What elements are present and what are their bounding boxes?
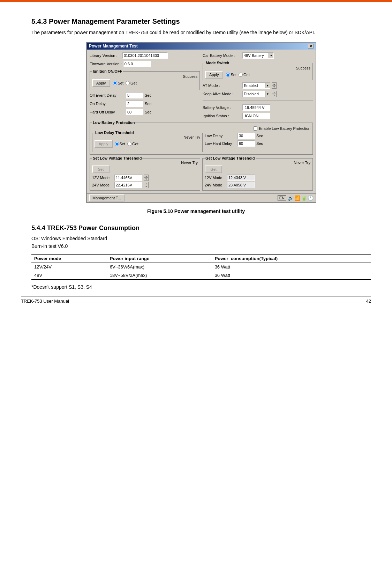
section-544-text: OS: Windows Embedded Standard Burn-in te…: [31, 235, 371, 250]
set-12v-input[interactable]: 11.4465V: [114, 175, 142, 181]
lang-box: EN: [278, 195, 286, 201]
cell-consumption-1: 36 Watt: [212, 263, 371, 271]
at-mode-dropdown[interactable]: Enabled ▼: [242, 82, 270, 89]
voltage-threshold-row: Set Low Voltage Threshold Never Try Set …: [90, 158, 313, 191]
right-panel: Car Battery Mode : 48V Battery ▼ Mode Sw…: [203, 52, 313, 119]
set-12v-spinner-down[interactable]: ▼: [144, 178, 148, 181]
at-mode-arrow[interactable]: ▼: [265, 83, 270, 88]
mode-switch-apply-button[interactable]: Apply: [205, 71, 223, 79]
low-delay-input[interactable]: 30: [238, 133, 255, 139]
taskbar-right: EN 🔊 📶 🔋 🕐: [278, 195, 314, 201]
table-header-row: Power mode Power input range Power consu…: [31, 254, 371, 263]
tray-icons: 🔊 📶 🔋 🕐: [288, 195, 314, 201]
section-543-title: 5.4.3 Power Management Parameter Setting…: [31, 17, 371, 25]
set-24v-spinner[interactable]: ▲ ▼: [144, 182, 149, 188]
low-hard-delay-field: Low Hard Delay 60 Sec: [205, 140, 310, 147]
ignition-section-title: Ignition ON/OFF: [92, 69, 123, 73]
low-delay-threshold-section: Low Delay Threshold Never Try Apply Set: [92, 133, 203, 152]
get-12v-input[interactable]: 12.4343 V: [227, 175, 255, 181]
firmware-version-value: 0.6.0: [125, 62, 133, 66]
low-battery-section: Low Battery Protection Enable Low Batter…: [90, 123, 313, 155]
keep-alive-row: Keep Alive Mode : Disabled ▼ ▲ ▼: [203, 91, 313, 97]
low-delay-set-label: Set: [120, 142, 126, 146]
library-version-value: 010301.2011041300: [124, 53, 159, 58]
os-text: OS: Windows Embedded Standard: [31, 235, 371, 242]
on-delay-input[interactable]: 2: [126, 101, 143, 107]
low-hard-delay-value: 60: [239, 141, 243, 146]
set-12v-spinner[interactable]: ▲ ▼: [144, 175, 149, 181]
keep-alive-spinner-up[interactable]: ▲: [272, 91, 276, 94]
at-mode-label: AT Mode :: [203, 83, 241, 88]
cell-mode-2: 48V: [31, 271, 107, 280]
low-delay-set-radio[interactable]: Set: [115, 142, 126, 146]
at-mode-value: Enabled: [243, 83, 265, 88]
set-24v-row: 24V Mode 22.4216V ▲ ▼: [92, 182, 198, 188]
low-delay-apply-button[interactable]: Apply: [95, 140, 113, 148]
ignition-set-radio[interactable]: Set: [113, 81, 124, 85]
off-event-input[interactable]: 5: [126, 92, 143, 98]
firmware-version-input[interactable]: 0.6.0: [123, 61, 151, 67]
battery-voltage-label: Battery Voltage :: [203, 105, 241, 110]
battery-voltage-value: 19.45944 V: [242, 104, 270, 111]
enable-low-battery-checkbox[interactable]: [253, 126, 257, 131]
tray-icon-1: 🔊: [288, 195, 294, 201]
cell-range-2: 18V~58V/2A(max): [107, 271, 212, 280]
mode-switch-title: Mode Switch: [205, 61, 230, 65]
keep-alive-arrow[interactable]: ▼: [265, 91, 270, 97]
off-event-label: Off Event Delay: [90, 93, 125, 97]
battery-voltage-row: Battery Voltage : 19.45944 V: [203, 104, 313, 111]
firmware-version-label: Firmware Version :: [90, 62, 122, 66]
set-24v-spinner-down[interactable]: ▼: [144, 185, 148, 188]
mode-switch-set-radio[interactable]: Set: [226, 73, 237, 77]
hard-off-label: Hard Off Delay: [90, 110, 125, 114]
hard-off-input[interactable]: 60: [126, 109, 143, 115]
taskbar-item[interactable]: Management T...: [89, 194, 125, 201]
section-544: 5.4.4 TREK-753 Power Consumption OS: Win…: [21, 224, 371, 290]
mode-switch-get-radio[interactable]: Get: [239, 73, 250, 77]
get-12v-value: 12.4343 V: [228, 176, 246, 180]
power-table: Power mode Power input range Power consu…: [31, 254, 371, 280]
set-low-voltage-status: Never Try: [181, 161, 198, 165]
figure-caption: Figure 5.10 Power management test utilit…: [21, 208, 371, 214]
col-power-mode: Power mode: [31, 254, 107, 263]
car-battery-dropdown[interactable]: 48V Battery ▼: [242, 52, 274, 59]
dialog-title: Power Management Test: [89, 44, 138, 49]
low-delay-get-radio[interactable]: Get: [127, 142, 138, 146]
get-24v-input[interactable]: 23.4058 V: [227, 182, 255, 188]
set-12v-spinner-up[interactable]: ▲: [144, 175, 148, 178]
on-delay-label: On Delay: [90, 102, 125, 106]
at-mode-spinner[interactable]: ▲ ▼: [272, 82, 277, 89]
low-battery-title: Low Battery Protection: [92, 120, 135, 125]
keep-alive-label: Keep Alive Mode :: [203, 92, 241, 96]
set-12v-row: 12V Mode 11.4465V ▲ ▼: [92, 175, 198, 181]
set-button[interactable]: Set: [92, 165, 110, 173]
keep-alive-dropdown[interactable]: Disabled ▼: [242, 91, 270, 97]
low-hard-delay-unit: Sec: [256, 141, 263, 146]
divider: [203, 101, 313, 101]
low-delay-value: 30: [239, 134, 243, 138]
ignition-set-label: Set: [118, 81, 124, 85]
car-battery-arrow[interactable]: ▼: [269, 53, 273, 58]
page-footer: TREK-753 User Manual 42: [21, 296, 371, 304]
get-button[interactable]: Get: [205, 165, 222, 173]
dialog-close-button[interactable]: ✕: [308, 44, 314, 49]
low-delay-unit: Sec: [256, 134, 263, 138]
at-mode-spinner-down[interactable]: ▼: [272, 86, 276, 88]
off-event-row: Off Event Delay 5 Sec: [90, 92, 200, 98]
top-border: [0, 0, 392, 2]
footer-right: 42: [366, 299, 371, 304]
keep-alive-spinner-down[interactable]: ▼: [272, 94, 276, 97]
tray-icon-4: 🕐: [308, 195, 314, 201]
at-mode-spinner-up[interactable]: ▲: [272, 83, 276, 86]
ignition-get-radio[interactable]: Get: [126, 81, 137, 85]
section-543-description: The parameters for power management on T…: [31, 29, 371, 36]
low-hard-delay-input[interactable]: 60: [238, 140, 255, 147]
set-24v-spinner-up[interactable]: ▲: [144, 182, 148, 185]
library-version-input[interactable]: 010301.2011041300: [122, 52, 168, 59]
get-low-voltage-section: Get Low Voltage Threshold Never Try Get …: [202, 158, 313, 191]
low-delay-threshold-title: Low Delay Threshold: [95, 131, 135, 135]
keep-alive-spinner[interactable]: ▲ ▼: [272, 91, 277, 97]
set-24v-input[interactable]: 22.4216V: [114, 182, 142, 188]
set-low-voltage-title: Set Low Voltage Threshold: [92, 156, 142, 160]
ignition-apply-button[interactable]: Apply: [92, 79, 110, 87]
